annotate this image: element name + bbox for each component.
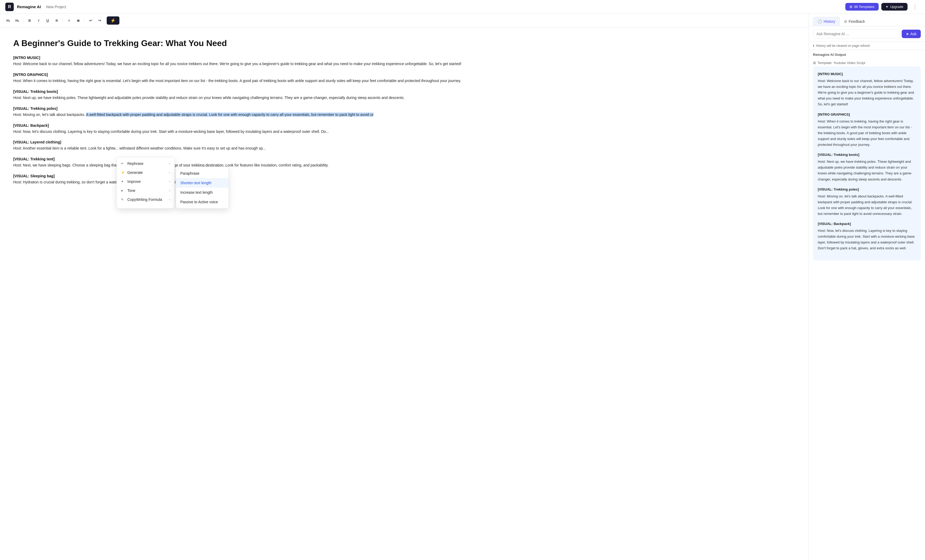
doc-section-backpack: [VISUAL: Trekking poles] Host: Moving on…: [13, 106, 795, 118]
send-icon: ➤: [906, 32, 909, 36]
doc-section-intro-music: [INTRO MUSIC] Host: Welcome back to our …: [13, 56, 795, 67]
undo-button[interactable]: ↩: [87, 17, 95, 24]
ai-section-4: [VISUAL: Backpack] Host: Now, let's disc…: [818, 221, 916, 251]
section-text: Host: Another essential item is a reliab…: [13, 145, 795, 152]
doc-section-layered: [VISUAL: Layered clothing] Host: Another…: [13, 140, 795, 152]
app-name: Remagine AI: [17, 5, 41, 9]
editor-content[interactable]: A Beginner's Guide to Trekking Gear: Wha…: [0, 27, 809, 560]
rephrase-icon: ✏: [121, 162, 125, 166]
feedback-icon: ⊙: [844, 19, 847, 24]
ctx-generate[interactable]: ⚡ Generate ›: [117, 168, 175, 177]
ctx-rephrase[interactable]: ✏ Rephrase ›: [117, 159, 175, 168]
tone-arrow-icon: ›: [169, 189, 170, 193]
numbered-list-button[interactable]: ≣: [74, 17, 82, 24]
submenu-shorten[interactable]: Shorten text length: [176, 178, 229, 188]
top-navigation: R Remagine AI New Project ⊞ 88 Templates…: [0, 0, 925, 14]
redo-button[interactable]: ↪: [96, 17, 104, 24]
flash-button[interactable]: ⚡: [107, 17, 119, 25]
ai-output-box: [INTRO MUSIC] Host: Welcome back to our …: [813, 66, 921, 260]
tab-feedback[interactable]: ⊙ Feedback: [840, 17, 869, 26]
section-text: Host: When it comes to trekking, having …: [13, 78, 795, 84]
document-title: A Beginner's Guide to Trekking Gear: Wha…: [13, 38, 795, 48]
tone-icon: ●: [121, 189, 125, 193]
highlighted-text: A well-fitted backpack with proper paddi…: [86, 113, 374, 117]
rephrase-submenu: Paraphrase Shorten text length Increase …: [176, 167, 229, 209]
section-text: Host: Now, let's discuss clothing. Layer…: [13, 129, 795, 135]
section-tag: [INTRO GRAPHICS]: [13, 72, 795, 77]
ask-button[interactable]: ➤ Ask: [902, 30, 921, 38]
templates-grid-icon: ⊞: [850, 5, 853, 9]
info-icon: ℹ: [813, 44, 814, 48]
panel-ask-row: ➤ Ask: [809, 26, 925, 42]
editor-area: H₁ H₂ B I U S ≡ ≣ ↩ ↪ ⚡ A Beginner's Gui…: [0, 14, 809, 560]
app-logo: R: [5, 3, 14, 11]
heading2-button[interactable]: H₂: [13, 18, 21, 24]
nav-left: R Remagine AI New Project: [5, 3, 66, 11]
section-text: Host: Next up, we have trekking poles. T…: [13, 95, 795, 101]
template-grid-icon: ⊞: [813, 61, 816, 65]
doc-section-boots: [VISUAL: Trekking boots] Host: Next up, …: [13, 89, 795, 101]
history-clock-icon: 🕐: [818, 19, 822, 24]
project-name: New Project: [46, 5, 66, 9]
ctx-copywriting[interactable]: ✎ CopyWriting Formula ›: [117, 195, 175, 204]
section-text-with-highlight: Host: Moving on, let's talk about backpa…: [13, 112, 795, 118]
ctx-improve[interactable]: ✦ Improve ›: [117, 177, 175, 186]
strikethrough-button[interactable]: S: [53, 17, 60, 24]
templates-button[interactable]: ⊞ 88 Templates: [845, 3, 879, 11]
section-tag: [INTRO MUSIC]: [13, 56, 795, 60]
ai-section-3: [VISUAL: Trekking poles] Host: Moving on…: [818, 187, 916, 217]
rephrase-arrow-icon: ›: [169, 162, 170, 166]
submenu-passive-active[interactable]: Passive to Active voice: [176, 197, 229, 207]
bold-button[interactable]: B: [26, 17, 34, 24]
context-menu-overlay: ✏ Rephrase › ⚡ Generate › ✦ Improve ›: [116, 157, 229, 209]
underline-button[interactable]: U: [44, 17, 52, 24]
output-label: Remagine AI Output: [809, 50, 925, 59]
doc-section-intro-graphics: [INTRO GRAPHICS] Host: When it comes to …: [13, 72, 795, 84]
ctx-tone[interactable]: ● Tone ›: [117, 186, 175, 195]
toolbar-separator-1: [23, 18, 24, 23]
template-label: ⊞ Template: Youtube Video Script: [809, 59, 925, 66]
section-tag: [VISUAL: Trekking poles]: [13, 106, 795, 111]
ai-section-1: [INTRO GRAPHICS] Host: When it comes to …: [818, 112, 916, 148]
generate-arrow-icon: ›: [169, 171, 170, 175]
editor-toolbar: H₁ H₂ B I U S ≡ ≣ ↩ ↪ ⚡: [0, 14, 809, 27]
tab-history[interactable]: 🕐 History: [813, 17, 840, 26]
nav-right: ⊞ 88 Templates ✦ Upgrade ⋮: [845, 3, 920, 11]
section-text: Host: Welcome back to our channel, fello…: [13, 61, 795, 67]
copywriting-icon: ✎: [121, 198, 125, 202]
submenu-paraphrase[interactable]: Paraphrase: [176, 169, 229, 178]
more-options-button[interactable]: ⋮: [910, 3, 920, 11]
improve-arrow-icon: ›: [169, 180, 170, 184]
upgrade-button[interactable]: ✦ Upgrade: [881, 3, 907, 11]
section-tag: [VISUAL: Layered clothing]: [13, 140, 795, 144]
copywriting-arrow-icon: ›: [169, 198, 170, 202]
generate-icon: ⚡: [121, 171, 125, 175]
heading1-button[interactable]: H₁: [4, 18, 12, 24]
right-panel: 🕐 History ⊙ Feedback ➤ Ask ℹ History wil…: [809, 14, 925, 560]
context-menu: ✏ Rephrase › ⚡ Generate › ✦ Improve ›: [116, 157, 175, 209]
ai-section-0: [INTRO MUSIC] Host: Welcome back to our …: [818, 71, 916, 107]
panel-tabs: 🕐 History ⊙ Feedback: [809, 14, 925, 26]
toolbar-separator-2: [63, 18, 63, 23]
improve-icon: ✦: [121, 180, 125, 184]
main-layout: H₁ H₂ B I U S ≡ ≣ ↩ ↪ ⚡ A Beginner's Gui…: [0, 14, 925, 560]
section-tag: [VISUAL: Trekking boots]: [13, 89, 795, 94]
submenu-increase[interactable]: Increase text length: [176, 188, 229, 197]
panel-content[interactable]: [INTRO MUSIC] Host: Welcome back to our …: [809, 66, 925, 560]
italic-button[interactable]: I: [35, 17, 43, 24]
upgrade-star-icon: ✦: [886, 5, 889, 9]
toolbar-separator-3: [84, 18, 84, 23]
ask-input[interactable]: [813, 29, 899, 38]
section-tag: [VISUAL: Backpack]: [13, 123, 795, 128]
bullet-list-button[interactable]: ≡: [65, 17, 73, 24]
history-notice: ℹ History will be cleared on page refres…: [809, 42, 925, 50]
doc-section-clothing: [VISUAL: Backpack] Host: Now, let's disc…: [13, 123, 795, 135]
ai-section-2: [VISUAL: Trekking boots] Host: Next up, …: [818, 152, 916, 182]
